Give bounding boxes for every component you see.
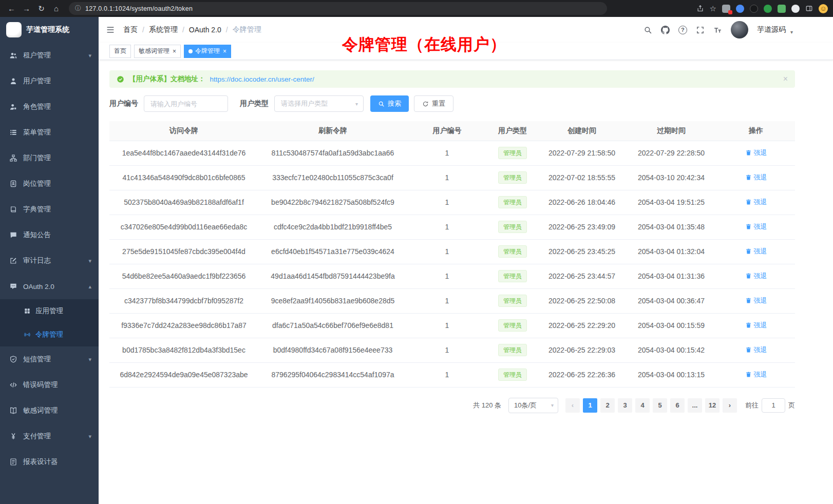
tab-close-icon[interactable]: × (223, 48, 226, 54)
page-button-3[interactable]: 3 (618, 398, 632, 413)
force-logout-button[interactable]: 强退 (745, 247, 767, 256)
sidebar-item-dict[interactable]: 字典管理 (0, 197, 99, 222)
sidebar-item-report[interactable]: 报表设计器 (0, 449, 99, 475)
tab-home[interactable]: 首页 (109, 45, 131, 58)
page-button-1[interactable]: 1 (583, 398, 597, 413)
sidebar-item-sensitive-word[interactable]: 敏感词管理 (0, 398, 99, 423)
goto-page-input[interactable] (762, 398, 785, 413)
user-id-cell: 1 (407, 239, 487, 264)
dark-extension-icon[interactable] (750, 5, 758, 13)
bookmark-star-icon[interactable]: ☆ (710, 0, 716, 17)
page-size-select[interactable]: 10条/页 ▾ (508, 398, 558, 413)
sidebar-item-sms[interactable]: 短信管理▾ (0, 346, 99, 372)
page-button-12[interactable]: 12 (705, 398, 720, 413)
search-icon[interactable] (643, 26, 652, 34)
user-type-select[interactable]: 请选择用户类型 ▾ (274, 95, 364, 112)
page-button-2[interactable]: 2 (600, 398, 615, 413)
sidebar-subitem-app[interactable]: 应用管理 (0, 299, 99, 323)
breadcrumb-separator: / (226, 26, 228, 34)
sidebar-item-dept[interactable]: 部门管理 (0, 145, 99, 171)
sidebar-item-audit-log[interactable]: 审计日志▾ (0, 248, 99, 274)
sidebar-item-pay[interactable]: 支付管理▾ (0, 423, 99, 449)
breadcrumb-item[interactable]: 首页 (123, 25, 138, 34)
tab-label: 敏感词管理 (139, 47, 169, 55)
help-icon[interactable]: ? (678, 26, 687, 34)
browser-reload-icon[interactable]: ↻ (35, 0, 48, 17)
sidebar-item-post[interactable]: 岗位管理 (0, 171, 99, 197)
ghost-extension-icon[interactable] (791, 5, 800, 13)
sidebar-item-menu[interactable]: 菜单管理 (0, 120, 99, 145)
access-token-cell: 1ea5e44f8bc1467aaede43144f31de76 (109, 141, 258, 165)
access-token-cell: c342377bf8b344799dcbf7bf095287f2 (109, 288, 258, 313)
expire-time-cell: 2054-03-04 00:36:47 (626, 288, 717, 313)
edit-icon (9, 257, 17, 265)
address-bar[interactable]: ⓘ 127.0.0.1:1024/system/oauth2/token (69, 2, 607, 15)
github-icon[interactable] (661, 26, 670, 34)
force-logout-button[interactable]: 强退 (745, 222, 767, 231)
sidebar-item-user[interactable]: 用户管理 (0, 68, 99, 94)
browser-forward-icon[interactable]: → (20, 0, 33, 17)
page-button-5[interactable]: 5 (653, 398, 667, 413)
user-id-input[interactable] (144, 95, 228, 112)
prev-page-button[interactable]: ‹ (565, 398, 580, 413)
site-info-icon[interactable]: ⓘ (75, 4, 81, 13)
breadcrumb-item[interactable]: OAuth 2.0 (189, 26, 221, 34)
force-logout-label: 强退 (754, 345, 767, 355)
breadcrumb-item[interactable]: 系统管理 (149, 25, 178, 34)
browser-back-icon[interactable]: ← (5, 0, 18, 17)
user-type-badge: 管理员 (498, 221, 527, 233)
delete-icon (745, 346, 752, 353)
force-logout-button[interactable]: 强退 (745, 272, 767, 281)
sidebar-item-tenant[interactable]: 租户管理▾ (0, 43, 99, 68)
page-size-caret-icon: ▾ (551, 402, 554, 408)
share-icon[interactable] (696, 5, 704, 12)
tab-sensitive-word[interactable]: 敏感词管理× (134, 45, 181, 58)
green-extension-icon[interactable] (764, 5, 772, 13)
sidebar-subitem-token[interactable]: 令牌管理 (0, 323, 99, 346)
side-panel-icon[interactable] (805, 5, 813, 12)
browser-home-icon[interactable]: ⌂ (50, 0, 63, 17)
page-button-6[interactable]: 6 (670, 398, 685, 413)
page-ellipsis[interactable]: ... (688, 398, 702, 413)
created-time-cell: 2022-06-25 22:50:08 (538, 288, 626, 313)
force-logout-button[interactable]: 强退 (745, 198, 767, 207)
user-type-cell: 管理员 (487, 338, 538, 362)
sidebar-item-role[interactable]: 角色管理 (0, 94, 99, 120)
sidebar-item-error-code[interactable]: 错误码管理 (0, 372, 99, 398)
alert-close-icon[interactable]: × (783, 74, 788, 84)
force-logout-button[interactable]: 强退 (745, 321, 767, 330)
user-menu-caret-icon[interactable]: ▾ (790, 29, 793, 35)
force-logout-button[interactable]: 强退 (745, 370, 767, 379)
user-id-cell: 1 (407, 190, 487, 215)
blue-extension-icon[interactable] (736, 5, 744, 13)
refresh-token-cell: 811c530487574fa0af1a59d3abc1aa66 (258, 141, 407, 165)
reset-button[interactable]: 重置 (414, 95, 453, 112)
search-button[interactable]: 搜索 (370, 95, 409, 112)
menu-label: 敏感词管理 (23, 406, 58, 415)
extensions-puzzle-icon[interactable] (722, 5, 730, 13)
alert-doc-link[interactable]: https://doc.iocoder.cn/user-center/ (210, 75, 314, 83)
users-icon (9, 51, 17, 60)
shield-icon (9, 355, 17, 363)
force-logout-button[interactable]: 强退 (745, 296, 767, 305)
fullscreen-icon[interactable] (696, 26, 705, 34)
page-buttons: 123456...12 (583, 398, 720, 413)
user-avatar[interactable] (731, 21, 748, 38)
green-puzzle-extension-icon[interactable] (778, 5, 786, 13)
force-logout-button[interactable]: 强退 (745, 148, 767, 158)
sidebar-item-oauth2[interactable]: OAuth 2.0▴ (0, 274, 99, 299)
page-button-4[interactable]: 4 (635, 398, 650, 413)
menu-label: 令牌管理 (35, 330, 63, 339)
force-logout-button[interactable]: 强退 (745, 345, 767, 355)
sidebar-collapse-icon[interactable] (106, 25, 115, 34)
font-size-icon[interactable] (713, 26, 722, 34)
tab-close-icon[interactable]: × (173, 48, 176, 54)
user-name[interactable]: 芋道源码 (757, 25, 786, 34)
browser-profile-avatar[interactable]: ☺ (819, 4, 828, 13)
app-logo[interactable]: 芋道管理系统 (0, 17, 99, 43)
force-logout-button[interactable]: 强退 (745, 173, 767, 182)
access-token-cell: 54d6be82ee5a460a9aedc1f9bf223656 (109, 264, 258, 288)
tab-token[interactable]: 令牌管理× (184, 45, 231, 58)
sidebar-item-notice[interactable]: 通知公告 (0, 222, 99, 248)
next-page-button[interactable]: › (723, 398, 737, 413)
